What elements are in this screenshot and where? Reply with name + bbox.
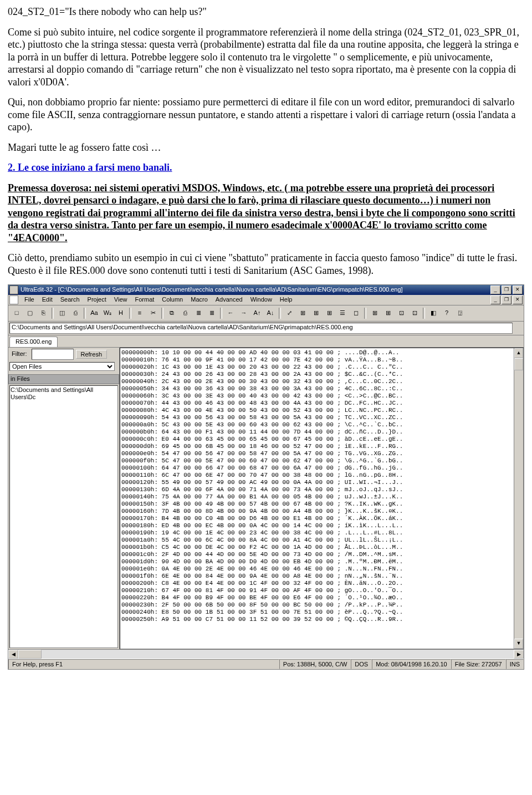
toolbar-button-16[interactable]: A↑ xyxy=(251,307,263,319)
toolbar-button-14[interactable]: ← xyxy=(224,307,237,319)
toolbar-button-19[interactable]: ⊞ xyxy=(296,307,309,319)
toolbar-button-18[interactable]: ⤢ xyxy=(283,307,295,319)
filter-label: Filter: xyxy=(9,349,29,359)
toolbar-button-21[interactable]: ⊞ xyxy=(323,307,335,319)
scroll-left-arrow[interactable]: ◀ xyxy=(8,650,18,659)
filter-input[interactable] xyxy=(32,349,74,360)
toolbar-button-23[interactable]: ◻ xyxy=(350,307,362,319)
menu-macro[interactable]: Macro xyxy=(187,295,212,304)
in-files-header: in Files xyxy=(8,374,119,384)
toolbar-button-28[interactable]: ◧ xyxy=(427,307,439,319)
menu-edit[interactable]: Edit xyxy=(38,295,57,304)
toolbar-button-7[interactable]: H xyxy=(115,307,127,319)
paragraph-advice: Qui, non dobbiamo proprio far niente: po… xyxy=(8,96,524,134)
app-icon xyxy=(9,286,18,294)
menu-help[interactable]: Help xyxy=(276,295,296,304)
status-size: File Size: 272057 xyxy=(451,659,506,669)
toolbar-button-29[interactable]: ? xyxy=(441,307,453,319)
file-tree[interactable]: C:\Documents and Settings\All Users\Dc xyxy=(9,385,118,648)
toolbar-button-4[interactable]: ⎙ xyxy=(69,307,81,319)
scroll-right-arrow[interactable]: ▶ xyxy=(514,650,524,659)
mdi-icon[interactable] xyxy=(9,295,18,304)
close-button[interactable]: ✕ xyxy=(513,286,523,294)
toolbar-button-5[interactable]: Aa xyxy=(88,307,100,319)
paragraph-exclaim: Magari tutte le ag fossero fatte così … xyxy=(8,141,524,154)
window-title-text: UltraEdit-32 - [C:\Documents and Setting… xyxy=(21,286,403,294)
document-tab-bar: RES.000.eng xyxy=(8,335,524,348)
toolbar-button-27[interactable]: ⊡ xyxy=(408,307,421,319)
toolbar-button-24[interactable]: ⊞ xyxy=(369,307,381,319)
mdi-restore-button[interactable]: ❐ xyxy=(502,295,511,304)
hex-content[interactable]: 00000000h: 10 10 00 00 44 40 00 00 AD 40… xyxy=(120,348,523,624)
scroll-up-arrow[interactable]: ▲ xyxy=(514,348,523,358)
scroll-down-arrow[interactable]: ▼ xyxy=(514,639,523,649)
menu-file[interactable]: File xyxy=(21,295,38,304)
toolbar-button-25[interactable]: ⊞ xyxy=(382,307,394,319)
toolbar-button-2[interactable]: ⎘ xyxy=(37,307,49,319)
toolbar-button-6[interactable]: W₂ xyxy=(101,307,114,319)
restore-button[interactable]: ❐ xyxy=(502,286,511,294)
toolbar-button-13[interactable]: ≣ xyxy=(206,307,218,319)
path-bar: C:\Documents and Settings\All Users\Docu… xyxy=(8,322,524,335)
menu-project[interactable]: Project xyxy=(84,295,110,304)
status-help: For Help, press F1 xyxy=(8,659,279,669)
mdi-minimize-button[interactable]: _ xyxy=(490,295,500,304)
toolbar-button-12[interactable]: ≣ xyxy=(192,307,204,319)
menu-column[interactable]: Column xyxy=(158,295,187,304)
toolbar-button-10[interactable]: ⧉ xyxy=(166,307,178,319)
paragraph-code-line: 024_ST2_01="Is there nobody who can help… xyxy=(8,6,524,18)
section-2-heading-link[interactable]: 2. Le cose iniziano a farsi meno banali. xyxy=(8,162,172,173)
toolbar-button-3[interactable]: ◫ xyxy=(56,307,68,319)
toolbar-button-15[interactable]: → xyxy=(238,307,250,319)
hex-editor-area[interactable]: 00000000h: 10 10 00 00 44 40 00 00 AD 40… xyxy=(120,348,524,649)
toolbar-button-26[interactable]: ⊡ xyxy=(395,307,407,319)
status-bar: For Help, press F1 Pos: 1388H, 5000, C/W… xyxy=(8,659,524,669)
menu-advanced[interactable]: Advanced xyxy=(212,295,247,304)
file-tree-item[interactable]: C:\Documents and Settings\All Users\Dc xyxy=(11,386,117,402)
menu-search[interactable]: Search xyxy=(57,295,84,304)
refresh-button[interactable]: Refresh xyxy=(76,350,108,359)
toolbar-button-9[interactable]: ✂ xyxy=(147,307,159,319)
toolbar-button-0[interactable]: □ xyxy=(11,307,23,319)
toolbar-button-22[interactable]: ☰ xyxy=(336,307,349,319)
document-tab[interactable]: RES.000.eng xyxy=(9,337,58,347)
ultraedit-window: UltraEdit-32 - [C:\Documents and Setting… xyxy=(8,284,524,670)
paragraph-closing-1: Ciò detto, prendiamo subito un esempio i… xyxy=(8,252,517,263)
toolbar-button-20[interactable]: ⊞ xyxy=(310,307,322,319)
horizontal-scrollbar[interactable]: ◀ ▶ xyxy=(8,649,524,659)
status-ins: INS xyxy=(506,659,524,669)
file-path-field[interactable]: C:\Documents and Settings\All Users\Docu… xyxy=(9,323,513,334)
menu-view[interactable]: View xyxy=(110,295,131,304)
side-panel: Filter: Refresh Open Files in Files C:\D… xyxy=(8,348,120,649)
toolbar-button-8[interactable]: ≡ xyxy=(134,307,146,319)
status-dos: DOS xyxy=(351,659,372,669)
minimize-button[interactable]: _ xyxy=(490,286,500,294)
toolbar: □▢⎘◫⎙AaW₂H≡✂⧉⎙≣≣←→A↑A↓⤢⊞⊞⊞☰◻⊞⊞⊡⊡◧?⍰ xyxy=(8,305,524,322)
toolbar-button-17[interactable]: A↓ xyxy=(264,307,277,319)
scroll-thumb[interactable] xyxy=(514,358,523,370)
open-files-dropdown[interactable]: Open Files xyxy=(9,362,115,371)
menu-window[interactable]: Window xyxy=(247,295,276,304)
paragraph-intro: Come si può subito intuire, nel codice s… xyxy=(8,26,524,89)
window-titlebar[interactable]: UltraEdit-32 - [C:\Documents and Setting… xyxy=(8,285,524,295)
vertical-scrollbar[interactable]: ▲ ▼ xyxy=(514,348,523,649)
toolbar-button-30[interactable]: ⍰ xyxy=(454,307,466,319)
menu-format[interactable]: Format xyxy=(131,295,158,304)
hscroll-thumb[interactable] xyxy=(18,650,42,659)
menu-bar: FileEditSearchProjectViewFormatColumnMac… xyxy=(8,295,524,305)
toolbar-button-1[interactable]: ▢ xyxy=(24,307,36,319)
mdi-close-button[interactable]: ✕ xyxy=(513,295,523,304)
toolbar-button-11[interactable]: ⎙ xyxy=(179,307,191,319)
status-pos: Pos: 1388H, 5000, C/W xyxy=(279,659,351,669)
paragraph-premise-bold: Premessa doverosa: nei sistemi operativi… xyxy=(8,182,524,244)
status-mod: Mod: 08/04/1998 16.20.10 xyxy=(372,659,451,669)
paragraph-closing-2: Questo è il file RES.000 dove sono conte… xyxy=(8,265,374,276)
